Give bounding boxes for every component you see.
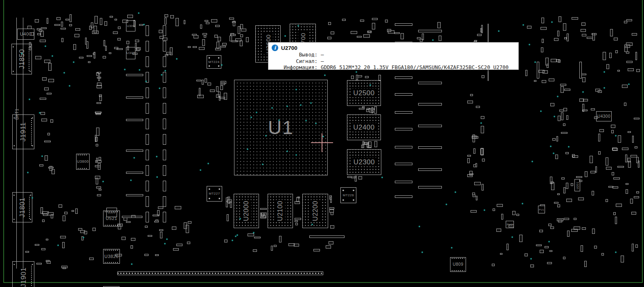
passive bbox=[561, 86, 564, 93]
passive-bar bbox=[395, 128, 412, 130]
component-MT226[interactable]: MT226 bbox=[340, 187, 356, 203]
passive bbox=[330, 197, 332, 203]
testpoint bbox=[29, 99, 30, 100]
component-U2400[interactable]: U2400 bbox=[347, 114, 381, 140]
passive bbox=[632, 33, 637, 36]
passive bbox=[60, 236, 66, 238]
component-J1850[interactable]: J1850 bbox=[11, 44, 32, 74]
component-J1901[interactable]: J1901 bbox=[12, 261, 34, 287]
tooltip-header: i U2700 bbox=[272, 44, 515, 52]
passive bbox=[193, 46, 197, 48]
testpoint bbox=[102, 181, 104, 182]
passive bbox=[117, 38, 121, 40]
passive bbox=[467, 155, 471, 157]
passive bbox=[35, 56, 41, 59]
passive bbox=[170, 15, 174, 18]
component-U2000[interactable]: U2000 bbox=[234, 194, 259, 228]
passive bbox=[567, 34, 569, 41]
passive bbox=[557, 218, 563, 221]
testpoint bbox=[253, 232, 254, 233]
passive bbox=[540, 27, 547, 30]
passive-bar bbox=[579, 62, 582, 78]
boardview-canvas[interactable]: U400J1850J1911BKT1J1801J1901U3800U300U30… bbox=[0, 0, 644, 287]
passive bbox=[550, 226, 554, 229]
passive-bar bbox=[146, 87, 149, 98]
passive bbox=[48, 167, 54, 168]
passive bbox=[473, 164, 476, 167]
component-PU1[interactable]: PU1 bbox=[538, 206, 545, 213]
component-U309[interactable]: U309 bbox=[106, 208, 117, 217]
passive-bar bbox=[163, 41, 166, 52]
testpoint bbox=[143, 24, 145, 25]
testpoint bbox=[262, 164, 263, 165]
passive bbox=[47, 18, 48, 24]
component-BKT1[interactable]: BKT1 bbox=[14, 105, 20, 123]
passive bbox=[131, 245, 133, 249]
component-U1[interactable]: U1 bbox=[234, 80, 328, 175]
passive bbox=[110, 16, 113, 18]
passive bbox=[571, 183, 573, 186]
passive bbox=[549, 250, 552, 252]
testpoint bbox=[480, 122, 482, 124]
passive-bar bbox=[163, 150, 166, 160]
component-edge-connector[interactable] bbox=[117, 271, 323, 275]
component-PU2[interactable]: PU2 bbox=[506, 221, 514, 228]
passive bbox=[492, 264, 495, 266]
component-label: U3800 bbox=[77, 160, 89, 164]
passive bbox=[357, 36, 362, 38]
component-U2100[interactable]: U2100 bbox=[268, 194, 293, 228]
component-U2300[interactable]: U2300 bbox=[347, 149, 381, 175]
component-U300[interactable]: U300 bbox=[126, 20, 135, 31]
testpoint bbox=[582, 91, 584, 93]
passive bbox=[626, 183, 628, 185]
component-U809[interactable]: U809 bbox=[450, 257, 466, 272]
component-MT224[interactable]: MT224 bbox=[207, 55, 221, 69]
component-U3826[interactable]: U3826 bbox=[103, 249, 120, 264]
board-outline-bottom bbox=[3, 282, 643, 283]
component-U400[interactable]: U400 bbox=[17, 29, 34, 40]
passive-bar bbox=[395, 181, 412, 183]
component-U201[interactable]: U201 bbox=[574, 179, 580, 191]
passive bbox=[636, 69, 640, 72]
passive bbox=[215, 25, 220, 27]
passive bbox=[579, 99, 584, 102]
passive bbox=[96, 128, 99, 136]
passive bbox=[96, 158, 98, 162]
passive bbox=[519, 235, 522, 242]
passive bbox=[79, 57, 83, 58]
passive-bar bbox=[395, 23, 412, 26]
passive bbox=[480, 28, 482, 32]
passive bbox=[162, 38, 167, 40]
passive bbox=[117, 48, 123, 50]
component-U2200[interactable]: U2200 bbox=[302, 194, 328, 228]
testpoint bbox=[166, 238, 168, 240]
passive bbox=[365, 76, 369, 78]
passive bbox=[481, 116, 484, 119]
passive bbox=[98, 163, 101, 170]
testpoint bbox=[615, 251, 617, 253]
component-U2500[interactable]: U2500 bbox=[347, 80, 381, 106]
passive bbox=[480, 148, 483, 155]
passive bbox=[358, 75, 362, 77]
component-U303[interactable]: U303 bbox=[126, 47, 135, 59]
passive bbox=[51, 214, 53, 218]
testpoint bbox=[419, 226, 420, 227]
pin-label: Вывод: bbox=[272, 52, 317, 58]
component-J1801[interactable]: J1801 bbox=[12, 192, 32, 222]
passive bbox=[39, 164, 43, 166]
component-MT227[interactable]: MT227 bbox=[207, 186, 222, 202]
passive bbox=[566, 183, 568, 189]
passive bbox=[613, 177, 620, 179]
passive bbox=[94, 26, 97, 33]
passive bbox=[207, 83, 211, 85]
component-U3800[interactable]: U3800 bbox=[76, 154, 90, 170]
passive-bar bbox=[126, 150, 143, 152]
testpoint bbox=[446, 204, 447, 205]
passive bbox=[144, 254, 149, 256]
testpoint bbox=[200, 169, 201, 171]
passive bbox=[369, 108, 374, 110]
passive bbox=[606, 64, 609, 69]
component-U4300[interactable]: U4300 bbox=[596, 111, 612, 121]
passive bbox=[240, 34, 243, 37]
testpoint bbox=[511, 236, 513, 238]
